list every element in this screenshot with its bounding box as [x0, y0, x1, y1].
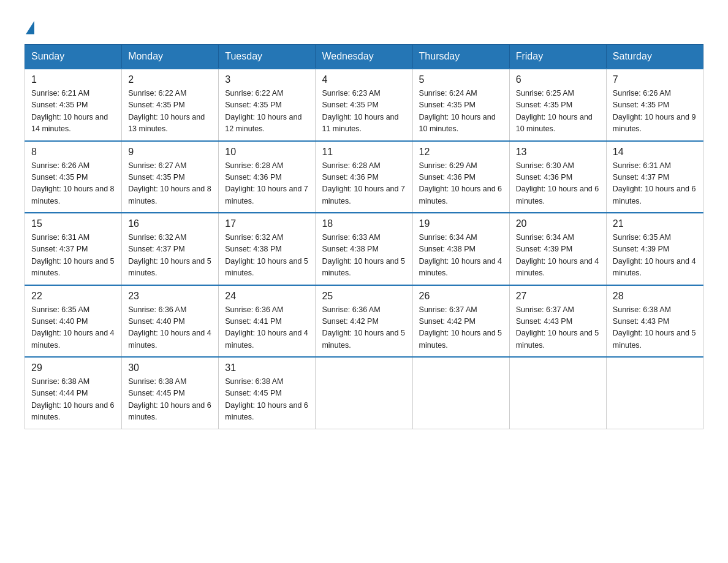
day-info: Sunrise: 6:26 AMSunset: 4:35 PMDaylight:… — [31, 160, 115, 208]
calendar-cell: 9Sunrise: 6:27 AMSunset: 4:35 PMDaylight… — [122, 141, 219, 213]
day-number: 1 — [31, 74, 115, 85]
calendar-cell: 7Sunrise: 6:26 AMSunset: 4:35 PMDaylight… — [606, 69, 703, 141]
calendar-cell: 28Sunrise: 6:38 AMSunset: 4:43 PMDayligh… — [606, 285, 703, 358]
day-number: 10 — [225, 147, 309, 158]
calendar-header-tuesday: Tuesday — [219, 45, 316, 69]
day-number: 4 — [322, 74, 406, 85]
day-info: Sunrise: 6:28 AMSunset: 4:36 PMDaylight:… — [225, 160, 309, 208]
day-number: 28 — [613, 291, 697, 302]
day-number: 7 — [613, 74, 697, 85]
day-info: Sunrise: 6:29 AMSunset: 4:36 PMDaylight:… — [419, 160, 503, 208]
day-number: 2 — [128, 74, 212, 85]
calendar-cell: 18Sunrise: 6:33 AMSunset: 4:38 PMDayligh… — [316, 213, 412, 285]
calendar-header-wednesday: Wednesday — [316, 45, 412, 69]
calendar-table: SundayMondayTuesdayWednesdayThursdayFrid… — [25, 44, 703, 429]
calendar-cell: 16Sunrise: 6:32 AMSunset: 4:37 PMDayligh… — [122, 213, 219, 285]
calendar-cell: 1Sunrise: 6:21 AMSunset: 4:35 PMDaylight… — [25, 69, 122, 141]
calendar-header-friday: Friday — [509, 45, 606, 69]
calendar-cell — [316, 357, 412, 429]
day-number: 16 — [128, 218, 212, 229]
day-number: 14 — [613, 147, 697, 158]
day-info: Sunrise: 6:24 AMSunset: 4:35 PMDaylight:… — [419, 88, 503, 136]
day-info: Sunrise: 6:38 AMSunset: 4:45 PMDaylight:… — [128, 376, 212, 424]
calendar-header-thursday: Thursday — [412, 45, 509, 69]
day-number: 5 — [419, 74, 503, 85]
calendar-cell — [412, 357, 509, 429]
calendar-week-row: 22Sunrise: 6:35 AMSunset: 4:40 PMDayligh… — [25, 285, 703, 358]
logo-triangle-icon — [26, 21, 34, 34]
day-info: Sunrise: 6:31 AMSunset: 4:37 PMDaylight:… — [31, 232, 115, 280]
calendar-cell: 5Sunrise: 6:24 AMSunset: 4:35 PMDaylight… — [412, 69, 509, 141]
day-number: 23 — [128, 291, 212, 302]
calendar-cell: 12Sunrise: 6:29 AMSunset: 4:36 PMDayligh… — [412, 141, 509, 213]
day-number: 19 — [419, 218, 503, 229]
day-number: 29 — [31, 362, 115, 373]
day-number: 31 — [225, 362, 309, 373]
day-number: 9 — [128, 147, 212, 158]
calendar-cell: 24Sunrise: 6:36 AMSunset: 4:41 PMDayligh… — [219, 285, 316, 358]
day-info: Sunrise: 6:28 AMSunset: 4:36 PMDaylight:… — [322, 160, 406, 208]
day-info: Sunrise: 6:25 AMSunset: 4:35 PMDaylight:… — [516, 88, 600, 136]
logo — [25, 18, 34, 32]
day-info: Sunrise: 6:31 AMSunset: 4:37 PMDaylight:… — [613, 160, 697, 208]
calendar-cell: 3Sunrise: 6:22 AMSunset: 4:35 PMDaylight… — [219, 69, 316, 141]
calendar-cell: 26Sunrise: 6:37 AMSunset: 4:42 PMDayligh… — [412, 285, 509, 358]
day-info: Sunrise: 6:30 AMSunset: 4:36 PMDaylight:… — [516, 160, 600, 208]
calendar-week-row: 8Sunrise: 6:26 AMSunset: 4:35 PMDaylight… — [25, 141, 703, 213]
calendar-cell: 10Sunrise: 6:28 AMSunset: 4:36 PMDayligh… — [219, 141, 316, 213]
day-number: 6 — [516, 74, 600, 85]
calendar-header-sunday: Sunday — [25, 45, 122, 69]
day-info: Sunrise: 6:37 AMSunset: 4:42 PMDaylight:… — [419, 304, 503, 352]
calendar-cell — [606, 357, 703, 429]
calendar-cell: 27Sunrise: 6:37 AMSunset: 4:43 PMDayligh… — [509, 285, 606, 358]
calendar-week-row: 1Sunrise: 6:21 AMSunset: 4:35 PMDaylight… — [25, 69, 703, 141]
calendar-cell: 6Sunrise: 6:25 AMSunset: 4:35 PMDaylight… — [509, 69, 606, 141]
day-number: 26 — [419, 291, 503, 302]
calendar-cell: 11Sunrise: 6:28 AMSunset: 4:36 PMDayligh… — [316, 141, 412, 213]
day-info: Sunrise: 6:26 AMSunset: 4:35 PMDaylight:… — [613, 88, 697, 136]
calendar-cell: 21Sunrise: 6:35 AMSunset: 4:39 PMDayligh… — [606, 213, 703, 285]
day-info: Sunrise: 6:38 AMSunset: 4:44 PMDaylight:… — [31, 376, 115, 424]
day-info: Sunrise: 6:34 AMSunset: 4:38 PMDaylight:… — [419, 232, 503, 280]
day-info: Sunrise: 6:37 AMSunset: 4:43 PMDaylight:… — [516, 304, 600, 352]
day-info: Sunrise: 6:36 AMSunset: 4:41 PMDaylight:… — [225, 304, 309, 352]
calendar-cell: 15Sunrise: 6:31 AMSunset: 4:37 PMDayligh… — [25, 213, 122, 285]
day-number: 11 — [322, 147, 406, 158]
calendar-cell: 4Sunrise: 6:23 AMSunset: 4:35 PMDaylight… — [316, 69, 412, 141]
day-info: Sunrise: 6:21 AMSunset: 4:35 PMDaylight:… — [31, 88, 115, 136]
day-number: 21 — [613, 218, 697, 229]
page-header — [25, 18, 703, 32]
calendar-week-row: 15Sunrise: 6:31 AMSunset: 4:37 PMDayligh… — [25, 213, 703, 285]
calendar-cell: 14Sunrise: 6:31 AMSunset: 4:37 PMDayligh… — [606, 141, 703, 213]
calendar-header-saturday: Saturday — [606, 45, 703, 69]
day-number: 13 — [516, 147, 600, 158]
calendar-cell: 29Sunrise: 6:38 AMSunset: 4:44 PMDayligh… — [25, 357, 122, 429]
calendar-cell: 17Sunrise: 6:32 AMSunset: 4:38 PMDayligh… — [219, 213, 316, 285]
day-info: Sunrise: 6:22 AMSunset: 4:35 PMDaylight:… — [128, 88, 212, 136]
calendar-cell: 25Sunrise: 6:36 AMSunset: 4:42 PMDayligh… — [316, 285, 412, 358]
calendar-cell — [509, 357, 606, 429]
day-info: Sunrise: 6:22 AMSunset: 4:35 PMDaylight:… — [225, 88, 309, 136]
calendar-cell: 20Sunrise: 6:34 AMSunset: 4:39 PMDayligh… — [509, 213, 606, 285]
day-info: Sunrise: 6:23 AMSunset: 4:35 PMDaylight:… — [322, 88, 406, 136]
day-number: 18 — [322, 218, 406, 229]
day-number: 17 — [225, 218, 309, 229]
calendar-cell: 8Sunrise: 6:26 AMSunset: 4:35 PMDaylight… — [25, 141, 122, 213]
day-number: 25 — [322, 291, 406, 302]
day-number: 3 — [225, 74, 309, 85]
day-info: Sunrise: 6:35 AMSunset: 4:39 PMDaylight:… — [613, 232, 697, 280]
day-info: Sunrise: 6:32 AMSunset: 4:38 PMDaylight:… — [225, 232, 309, 280]
day-info: Sunrise: 6:36 AMSunset: 4:42 PMDaylight:… — [322, 304, 406, 352]
calendar-header-row: SundayMondayTuesdayWednesdayThursdayFrid… — [25, 45, 703, 69]
day-number: 24 — [225, 291, 309, 302]
calendar-cell: 13Sunrise: 6:30 AMSunset: 4:36 PMDayligh… — [509, 141, 606, 213]
day-info: Sunrise: 6:38 AMSunset: 4:43 PMDaylight:… — [613, 304, 697, 352]
calendar-cell: 19Sunrise: 6:34 AMSunset: 4:38 PMDayligh… — [412, 213, 509, 285]
day-number: 15 — [31, 218, 115, 229]
day-number: 27 — [516, 291, 600, 302]
day-number: 8 — [31, 147, 115, 158]
day-number: 22 — [31, 291, 115, 302]
calendar-cell: 30Sunrise: 6:38 AMSunset: 4:45 PMDayligh… — [122, 357, 219, 429]
day-info: Sunrise: 6:38 AMSunset: 4:45 PMDaylight:… — [225, 376, 309, 424]
calendar-cell: 22Sunrise: 6:35 AMSunset: 4:40 PMDayligh… — [25, 285, 122, 358]
